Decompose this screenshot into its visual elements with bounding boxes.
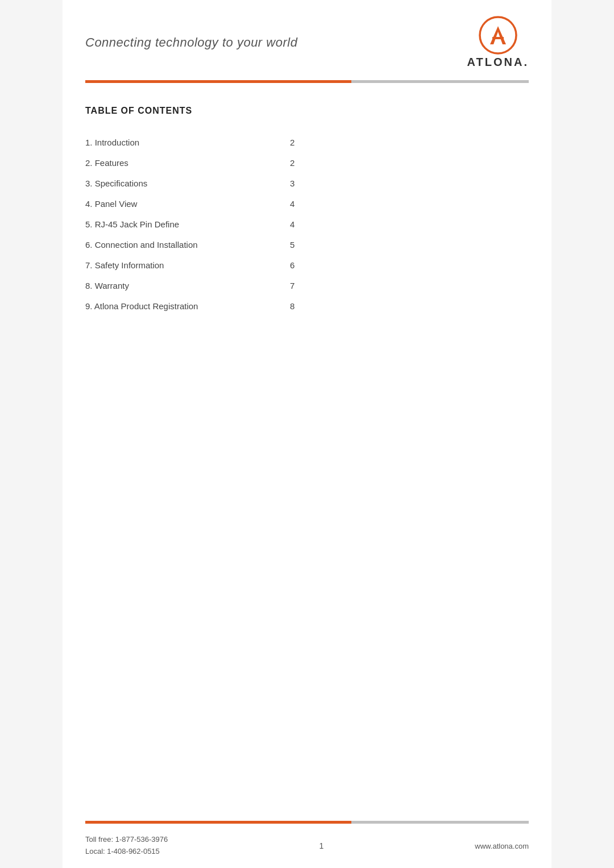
toc-item-label: 1. Introduction <box>85 132 267 152</box>
toc-item-page: 4 <box>267 214 301 234</box>
toc-row: 3. Specifications3 <box>85 173 301 193</box>
toc-item-page: 3 <box>267 173 301 193</box>
local-label: Local: 1-408-962-0515 <box>85 847 160 855</box>
toc-item-page: 2 <box>267 152 301 173</box>
toc-row: 2. Features2 <box>85 152 301 173</box>
toc-row: 5. RJ-45 Jack Pin Define4 <box>85 214 301 234</box>
svg-rect-3 <box>492 37 504 39</box>
toc-item-label: 5. RJ-45 Jack Pin Define <box>85 214 267 234</box>
toc-item-label: 9. Atlona Product Registration <box>85 296 267 316</box>
toc-row: 7. Safety Information6 <box>85 255 301 275</box>
main-content: TABLE OF CONTENTS 1. Introduction22. Fea… <box>63 83 551 821</box>
svg-point-0 <box>480 17 516 53</box>
toc-item-page: 6 <box>267 255 301 275</box>
footer-website: www.atlona.com <box>475 842 529 850</box>
toc-row: 9. Atlona Product Registration8 <box>85 296 301 316</box>
footer-local: Local: 1-408-962-0515 <box>85 846 168 858</box>
toc-item-page: 5 <box>267 234 301 255</box>
footer: Toll free: 1-877-536-3976 Local: 1-408-9… <box>63 824 551 868</box>
toc-item-page: 2 <box>267 132 301 152</box>
svg-marker-1 <box>490 26 498 44</box>
toc-item-page: 8 <box>267 296 301 316</box>
toc-item-label: 2. Features <box>85 152 267 173</box>
header: Connecting technology to your world ATLO… <box>63 0 551 80</box>
atlona-logo-icon <box>479 16 517 55</box>
toc-item-label: 7. Safety Information <box>85 255 267 275</box>
footer-contact: Toll free: 1-877-536-3976 Local: 1-408-9… <box>85 834 168 858</box>
page-number: 1 <box>319 841 323 850</box>
toc-item-page: 4 <box>267 193 301 214</box>
page: Connecting technology to your world ATLO… <box>63 0 551 868</box>
footer-toll-free: Toll free: 1-877-536-3976 <box>85 834 168 846</box>
toc-row: 6. Connection and Installation5 <box>85 234 301 255</box>
toll-free-label: Toll free: 1-877-536-3976 <box>85 835 168 844</box>
toc-row: 8. Warranty7 <box>85 275 301 296</box>
toc-item-label: 6. Connection and Installation <box>85 234 267 255</box>
toc-title: TABLE OF CONTENTS <box>85 106 529 116</box>
toc-item-label: 3. Specifications <box>85 173 267 193</box>
toc-table: 1. Introduction22. Features23. Specifica… <box>85 132 301 316</box>
atlona-logo-text: ATLONA. <box>467 56 529 69</box>
svg-marker-2 <box>498 26 506 44</box>
toc-item-page: 7 <box>267 275 301 296</box>
logo-container: ATLONA. <box>467 16 529 69</box>
toc-row: 4. Panel View4 <box>85 193 301 214</box>
header-tagline: Connecting technology to your world <box>85 35 297 50</box>
toc-row: 1. Introduction2 <box>85 132 301 152</box>
toc-item-label: 4. Panel View <box>85 193 267 214</box>
toc-item-label: 8. Warranty <box>85 275 267 296</box>
